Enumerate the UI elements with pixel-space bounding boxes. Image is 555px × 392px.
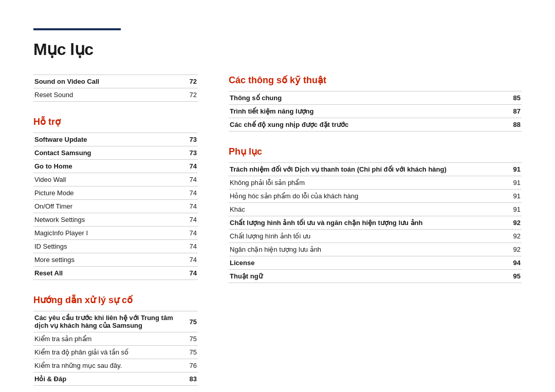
toc-item-page: 74 bbox=[169, 200, 198, 213]
section-heading: Hướng dẫn xử lý sự cố bbox=[33, 294, 198, 306]
page-container: Mục lục Sound on Video Call72Reset Sound… bbox=[0, 0, 555, 392]
table-row: Reset Sound72 bbox=[33, 88, 198, 102]
toc-item-label: On/Off Timer bbox=[33, 200, 169, 213]
table-row: Trình tiết kiệm năng lượng87 bbox=[229, 105, 522, 118]
table-row: Các yêu cầu trước khi liên hệ với Trung … bbox=[33, 311, 198, 332]
toc-item-page: 75 bbox=[186, 346, 198, 359]
toc-item-page: 83 bbox=[186, 372, 198, 386]
toc-item-label: ID Settings bbox=[33, 240, 169, 253]
right-column: Các thông số kỹ thuậtThông số chung85Trì… bbox=[229, 74, 522, 392]
toc-item-page: 74 bbox=[169, 213, 198, 227]
toc-item-page: 73 bbox=[169, 146, 198, 160]
table-row: More settings74 bbox=[33, 253, 198, 267]
toc-item-page: 75 bbox=[186, 332, 198, 346]
toc-item-label: Hỏng hóc sản phẩm do lỗi của khách hàng bbox=[229, 190, 506, 203]
table-row: Software Update73 bbox=[33, 133, 198, 146]
toc-item-page: 94 bbox=[506, 256, 522, 270]
toc-item-page: 92 bbox=[506, 230, 522, 243]
toc-item-page: 91 bbox=[506, 176, 522, 190]
toc-table: Các yêu cầu trước khi liên hệ với Trung … bbox=[33, 311, 198, 386]
toc-section: Các thông số kỹ thuậtThông số chung85Trì… bbox=[229, 74, 522, 132]
table-row: Hỏi & Đáp83 bbox=[33, 372, 198, 386]
table-row: On/Off Timer74 bbox=[33, 200, 198, 213]
toc-item-label: Ngăn chặn hiện tượng lưu ảnh bbox=[229, 243, 506, 256]
content-layout: Sound on Video Call72Reset Sound72 Hỗ tr… bbox=[33, 74, 522, 392]
table-row: Chất lượng hình ảnh tối ưu và ngăn chặn … bbox=[229, 216, 522, 230]
toc-item-page: 91 bbox=[506, 190, 522, 203]
top-bar-decoration bbox=[33, 28, 121, 30]
toc-item-label: Sound on Video Call bbox=[33, 75, 172, 88]
table-row: ID Settings74 bbox=[33, 240, 198, 253]
table-row: Video Wall74 bbox=[33, 173, 198, 186]
toc-item-page: 87 bbox=[494, 105, 522, 118]
toc-item-label: Contact Samsung bbox=[33, 146, 169, 160]
table-row: Contact Samsung73 bbox=[33, 146, 198, 160]
toc-item-label: Go to Home bbox=[33, 160, 169, 173]
toc-table: Software Update73Contact Samsung73Go to … bbox=[33, 133, 198, 280]
toc-item-label: Software Update bbox=[33, 133, 169, 146]
table-row: Không phải lỗi sản phẩm91 bbox=[229, 176, 522, 190]
toc-item-label: Thuật ngữ bbox=[229, 270, 506, 283]
table-row: Kiểm tra sản phẩm75 bbox=[33, 332, 198, 346]
toc-item-label: Picture Mode bbox=[33, 186, 169, 200]
toc-item-page: 85 bbox=[494, 91, 522, 105]
toc-item-page: 76 bbox=[186, 359, 198, 372]
toc-item-label: MagicInfo Player I bbox=[33, 227, 169, 240]
table-row: Hỏng hóc sản phẩm do lỗi của khách hàng9… bbox=[229, 190, 522, 203]
toc-item-label: Các yêu cầu trước khi liên hệ với Trung … bbox=[33, 311, 186, 332]
toc-item-label: Reset Sound bbox=[33, 88, 172, 102]
toc-section: Phụ lụcTrách nhiệm đối với Dịch vụ thanh… bbox=[229, 146, 522, 283]
toc-item-page: 92 bbox=[506, 216, 522, 230]
initial-section: Sound on Video Call72Reset Sound72 bbox=[33, 74, 198, 102]
toc-item-page: 74 bbox=[169, 253, 198, 267]
toc-section: Hỗ trợSoftware Update73Contact Samsung73… bbox=[33, 116, 198, 280]
toc-item-page: 92 bbox=[506, 243, 522, 256]
toc-item-page: 74 bbox=[169, 173, 198, 186]
toc-item-label: Không phải lỗi sản phẩm bbox=[229, 176, 506, 190]
toc-item-label: Hỏi & Đáp bbox=[33, 372, 186, 386]
toc-item-page: 74 bbox=[169, 267, 198, 280]
section-heading: Hỗ trợ bbox=[33, 116, 198, 127]
toc-table: Thông số chung85Trình tiết kiệm năng lượ… bbox=[229, 91, 522, 132]
table-row: Sound on Video Call72 bbox=[33, 75, 198, 88]
toc-item-page: 73 bbox=[169, 133, 198, 146]
table-row: Trách nhiệm đối với Dịch vụ thanh toán (… bbox=[229, 163, 522, 176]
table-row: Ngăn chặn hiện tượng lưu ảnh92 bbox=[229, 243, 522, 256]
toc-table: Trách nhiệm đối với Dịch vụ thanh toán (… bbox=[229, 162, 522, 283]
toc-item-page: 74 bbox=[169, 186, 198, 200]
toc-item-label: More settings bbox=[33, 253, 169, 267]
table-row: Kiểm tra độ phân giải và tần số75 bbox=[33, 346, 198, 359]
toc-item-label: Trách nhiệm đối với Dịch vụ thanh toán (… bbox=[229, 163, 506, 176]
toc-item-label: License bbox=[229, 256, 506, 270]
toc-item-label: Reset All bbox=[33, 267, 169, 280]
toc-item-label: Chất lượng hình ảnh tối ưu và ngăn chặn … bbox=[229, 216, 506, 230]
toc-item-label: Các chế độ xung nhịp được đặt trước bbox=[229, 118, 494, 132]
table-row: Chất lượng hình ảnh tối ưu92 bbox=[229, 230, 522, 243]
initial-toc-table: Sound on Video Call72Reset Sound72 bbox=[33, 74, 198, 102]
toc-item-label: Kiểm tra những mục sau đây. bbox=[33, 359, 186, 372]
toc-item-page: 74 bbox=[169, 160, 198, 173]
section-heading: Phụ lục bbox=[229, 146, 522, 157]
table-row: Go to Home74 bbox=[33, 160, 198, 173]
table-row: Reset All74 bbox=[33, 267, 198, 280]
toc-item-label: Trình tiết kiệm năng lượng bbox=[229, 105, 494, 118]
toc-item-label: Kiểm tra sản phẩm bbox=[33, 332, 186, 346]
table-row: Các chế độ xung nhịp được đặt trước88 bbox=[229, 118, 522, 132]
toc-item-page: 74 bbox=[169, 227, 198, 240]
toc-item-label: Khác bbox=[229, 203, 506, 216]
table-row: Kiểm tra những mục sau đây.76 bbox=[33, 359, 198, 372]
page-title: Mục lục bbox=[33, 40, 522, 59]
table-row: Thông số chung85 bbox=[229, 91, 522, 105]
table-row: Network Settings74 bbox=[33, 213, 198, 227]
toc-item-page: 91 bbox=[506, 203, 522, 216]
left-column: Sound on Video Call72Reset Sound72 Hỗ tr… bbox=[33, 74, 198, 392]
toc-item-page: 91 bbox=[506, 163, 522, 176]
toc-item-label: Kiểm tra độ phân giải và tần số bbox=[33, 346, 186, 359]
toc-item-page: 72 bbox=[172, 75, 198, 88]
table-row: Thuật ngữ95 bbox=[229, 270, 522, 283]
toc-item-label: Network Settings bbox=[33, 213, 169, 227]
toc-section: Hướng dẫn xử lý sự cốCác yêu cầu trước k… bbox=[33, 294, 198, 386]
table-row: Picture Mode74 bbox=[33, 186, 198, 200]
toc-item-page: 75 bbox=[186, 311, 198, 332]
toc-item-page: 72 bbox=[172, 88, 198, 102]
